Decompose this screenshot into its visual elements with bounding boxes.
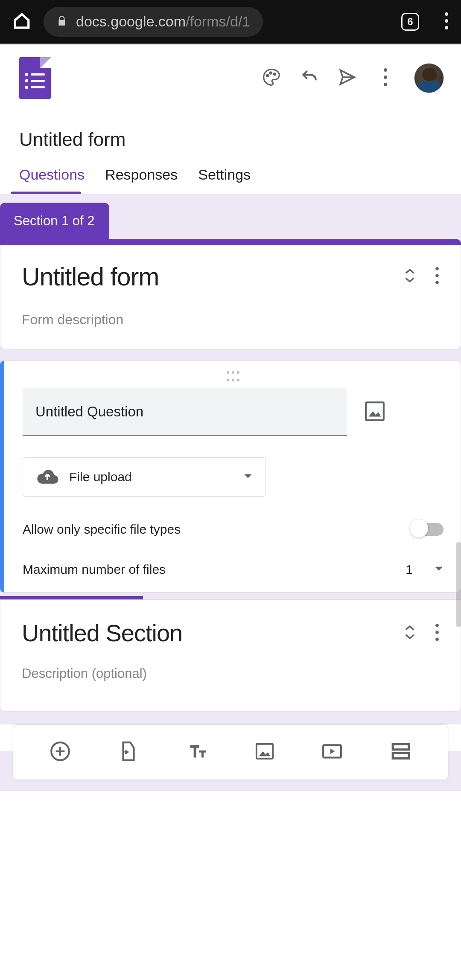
question-type-label: File upload xyxy=(69,470,132,484)
svg-point-10 xyxy=(435,274,439,277)
progress-bar xyxy=(0,596,461,599)
add-section-icon[interactable] xyxy=(390,741,411,764)
palette-icon[interactable] xyxy=(262,68,281,88)
question-card[interactable]: File upload Allow only specific file typ… xyxy=(0,361,461,593)
card-more-icon[interactable] xyxy=(435,623,439,643)
avatar[interactable] xyxy=(414,63,444,93)
svg-point-3 xyxy=(267,75,268,76)
collapse-icon[interactable] xyxy=(404,624,416,642)
svg-point-7 xyxy=(384,76,387,79)
tab-responses[interactable]: Responses xyxy=(105,166,178,192)
allow-specific-file-types-row: Allow only specific file types xyxy=(23,522,443,537)
tab-questions[interactable]: Questions xyxy=(19,166,85,192)
svg-rect-20 xyxy=(393,753,409,759)
section-description-input[interactable]: Description (optional) xyxy=(22,666,439,681)
add-image-icon[interactable] xyxy=(364,401,385,424)
form-description-input[interactable]: Form description xyxy=(22,312,439,328)
form-title[interactable]: Untitled form xyxy=(19,129,461,150)
section-indicator: Section 1 of 2 xyxy=(0,203,109,239)
question-toolbar xyxy=(13,724,448,780)
svg-rect-19 xyxy=(393,744,409,750)
add-image-icon[interactable] xyxy=(255,742,274,763)
add-question-icon[interactable] xyxy=(50,741,71,764)
svg-point-5 xyxy=(274,73,275,75)
form-title-area: Untitled form xyxy=(0,108,461,161)
svg-point-9 xyxy=(435,267,439,270)
add-title-icon[interactable] xyxy=(187,741,208,764)
svg-point-14 xyxy=(435,631,439,634)
allow-specific-toggle[interactable] xyxy=(411,523,443,536)
url-bar[interactable]: docs.google.com/forms/d/1 xyxy=(44,7,263,37)
tab-count-button[interactable]: 6 xyxy=(401,13,419,31)
svg-point-13 xyxy=(435,624,439,627)
scrollbar[interactable] xyxy=(456,542,461,627)
card-more-icon[interactable] xyxy=(435,267,439,286)
tab-settings[interactable]: Settings xyxy=(198,166,251,192)
add-video-icon[interactable] xyxy=(321,741,343,764)
section-accent-bar xyxy=(0,239,461,245)
max-files-label: Maximum number of files xyxy=(23,562,166,577)
question-type-select[interactable]: File upload xyxy=(23,457,266,497)
svg-point-11 xyxy=(435,281,439,284)
svg-point-0 xyxy=(445,12,448,16)
undo-icon[interactable] xyxy=(300,68,319,88)
chevron-down-icon xyxy=(243,473,253,481)
svg-rect-17 xyxy=(257,744,273,759)
editor-tabs: Questions Responses Settings xyxy=(0,161,461,192)
svg-point-2 xyxy=(445,26,448,29)
url-text: docs.google.com/forms/d/1 xyxy=(76,13,250,30)
form-canvas: Section 1 of 2 Untitled form Form descri… xyxy=(0,194,461,737)
form-header-card[interactable]: Untitled form Form description xyxy=(0,245,461,349)
drag-handle-icon[interactable] xyxy=(23,369,443,384)
home-icon[interactable] xyxy=(13,12,31,32)
collapse-icon[interactable] xyxy=(404,268,416,285)
section-header-card[interactable]: Untitled Section Description (optional) xyxy=(0,599,461,712)
more-icon[interactable] xyxy=(376,68,395,88)
send-icon[interactable] xyxy=(338,68,357,88)
form-title-input[interactable]: Untitled form xyxy=(22,262,159,291)
section-title-input[interactable]: Untitled Section xyxy=(22,619,182,647)
app-header xyxy=(0,44,461,108)
question-title-input[interactable] xyxy=(23,388,347,436)
browser-chrome: docs.google.com/forms/d/1 6 xyxy=(0,0,461,44)
import-questions-icon[interactable] xyxy=(118,741,139,764)
svg-point-4 xyxy=(270,72,271,74)
browser-menu-icon[interactable] xyxy=(445,12,448,31)
max-files-value[interactable]: 1 xyxy=(406,562,413,577)
svg-point-15 xyxy=(435,637,439,641)
svg-point-8 xyxy=(384,83,387,86)
lock-icon xyxy=(56,15,67,29)
chevron-down-icon[interactable] xyxy=(434,566,443,573)
svg-point-1 xyxy=(445,19,448,23)
forms-logo-icon[interactable] xyxy=(19,57,51,99)
allow-specific-label: Allow only specific file types xyxy=(23,522,181,537)
svg-point-6 xyxy=(384,68,387,72)
svg-rect-12 xyxy=(366,402,384,420)
max-files-row: Maximum number of files 1 xyxy=(23,562,443,577)
file-upload-icon xyxy=(36,468,59,486)
